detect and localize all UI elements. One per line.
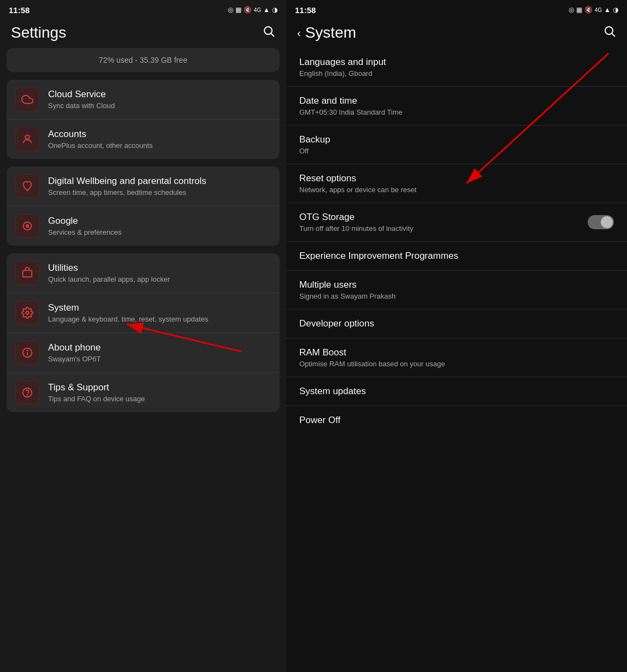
right-status-time: 11:58 [295,5,316,15]
google-title: Google [48,215,271,227]
accounts-text: Accounts OnePlus account, other accounts [48,128,271,151]
settings-item-system[interactable]: System Language & keyboard, time, reset,… [7,293,280,332]
left-panel: 11:58 ◎ ▦ 🔇 4G ▲ ◑ Settings [0,0,286,672]
right-search-button[interactable] [603,25,616,41]
system-subtitle: Language & keyboard, time, reset, system… [48,315,271,324]
card-group-utilities-system: Utilities Quick launch, parallel apps, a… [7,253,280,412]
lte-icon: 4G [254,7,261,13]
developer-options-title: Developer options [299,318,374,329]
right-item-date-time[interactable]: Date and time GMT+05:30 India Standard T… [286,86,627,125]
settings-item-utilities[interactable]: Utilities Quick launch, parallel apps, a… [7,253,280,293]
right-settings-content: Languages and input English (India), Gbo… [286,48,627,672]
wifi-icon: ▲ [263,6,270,14]
settings-item-accounts[interactable]: Accounts OnePlus account, other accounts [7,119,280,159]
r-battery-icon: ◑ [613,6,618,14]
right-item-developer-options[interactable]: Developer options [286,309,627,338]
google-icon-container [15,214,39,238]
ram-boost-title: RAM Boost [299,347,445,358]
back-button[interactable]: ‹ [297,27,301,39]
tips-icon-container [15,380,39,405]
right-item-otg-storage[interactable]: OTG Storage Turn off after 10 minutes of… [286,203,627,241]
r-wifi-icon: ▲ [604,6,611,14]
left-status-bar: 11:58 ◎ ▦ 🔇 4G ▲ ◑ [0,0,286,20]
right-status-bar: 11:58 ◎ ▦ 🔇 4G ▲ ◑ [286,0,627,20]
left-search-button[interactable] [262,25,275,41]
settings-item-cloud-service[interactable]: Cloud Service Sync data with Cloud [7,80,280,119]
svg-point-0 [264,27,272,34]
languages-input-subtitle: English (India), Gboard [299,69,386,78]
svg-point-4 [26,225,28,227]
accounts-icon-container [15,127,39,151]
location-icon: ◎ [228,6,233,14]
experience-text: Experience Improvement Programmes [299,251,458,261]
backup-subtitle: Off [299,147,330,155]
r-location-icon: ◎ [569,6,574,14]
otg-storage-subtitle: Turn off after 10 minutes of inactivity [299,224,413,233]
left-status-icons: ◎ ▦ 🔇 4G ▲ ◑ [228,6,277,14]
settings-item-about-phone[interactable]: About phone Swayam's OP6T [7,332,280,372]
cloud-service-text: Cloud Service Sync data with Cloud [48,88,271,111]
left-settings-content: 72% used - 35.39 GB free Cloud Service S… [0,48,286,672]
ram-boost-subtitle: Optimise RAM utilisation based on your u… [299,360,445,368]
settings-item-tips-support[interactable]: Tips & Support Tips and FAQ on device us… [7,372,280,412]
system-title: System [48,302,271,314]
about-title: About phone [48,342,271,354]
multiple-users-subtitle: Signed in as Swayam Prakash [299,292,395,300]
svg-rect-5 [23,270,32,277]
system-updates-text: System updates [299,386,366,397]
power-off-text: Power Off [299,415,340,426]
system-updates-title: System updates [299,386,366,397]
system-icon-container [15,301,39,325]
right-item-experience[interactable]: Experience Improvement Programmes [286,241,627,270]
svg-point-14 [605,27,613,34]
tips-title: Tips & Support [48,382,271,394]
google-subtitle: Services & preferences [48,228,271,237]
multiple-users-title: Multiple users [299,279,395,290]
wellbeing-subtitle: Screen time, app timers, bedtime schedul… [48,188,271,198]
cloud-service-title: Cloud Service [48,88,271,100]
ram-boost-text: RAM Boost Optimise RAM utilisation based… [299,347,445,368]
right-item-ram-boost[interactable]: RAM Boost Optimise RAM utilisation based… [286,338,627,377]
settings-item-digital-wellbeing[interactable]: Digital Wellbeing and parental controls … [7,166,280,206]
right-page-title: System [305,24,356,41]
right-status-icons: ◎ ▦ 🔇 4G ▲ ◑ [569,6,618,14]
mute-icon: 🔇 [244,6,252,14]
multiple-users-text: Multiple users Signed in as Swayam Praka… [299,279,395,300]
right-item-backup[interactable]: Backup Off [286,125,627,164]
about-icon-container [15,341,39,365]
settings-item-google[interactable]: Google Services & preferences [7,206,280,246]
card-group-cloud-accounts: Cloud Service Sync data with Cloud Accou… [7,80,280,159]
svg-point-6 [26,311,29,314]
r-lte-icon: 4G [595,7,602,13]
system-text: System Language & keyboard, time, reset,… [48,302,271,324]
right-header: ‹ System [286,20,627,48]
right-item-reset-options[interactable]: Reset options Network, apps or device ca… [286,164,627,203]
wellbeing-title: Digital Wellbeing and parental controls [48,175,271,187]
utilities-title: Utilities [48,262,271,274]
date-time-title: Date and time [299,96,403,106]
storage-partial-card[interactable]: 72% used - 35.39 GB free [7,48,280,72]
backup-text: Backup Off [299,134,330,155]
languages-input-text: Languages and input English (India), Gbo… [299,57,386,78]
date-time-subtitle: GMT+05:30 India Standard Time [299,108,403,116]
right-item-multiple-users[interactable]: Multiple users Signed in as Swayam Praka… [286,270,627,309]
otg-toggle[interactable] [588,215,614,229]
right-panel: 11:58 ◎ ▦ 🔇 4G ▲ ◑ ‹ System [286,0,627,672]
utilities-subtitle: Quick launch, parallel apps, app locker [48,275,271,284]
battery-icon: ◑ [272,6,277,14]
developer-options-text: Developer options [299,318,374,329]
reset-options-text: Reset options Network, apps or device ca… [299,173,417,194]
cloud-service-subtitle: Sync data with Cloud [48,102,271,111]
reset-options-title: Reset options [299,173,417,184]
svg-line-15 [612,34,616,37]
right-item-power-off[interactable]: Power Off [286,406,627,435]
cloud-service-icon-container [15,87,39,111]
languages-input-title: Languages and input [299,57,386,68]
svg-point-2 [25,135,29,139]
signal-icon: ▦ [235,6,241,14]
otg-storage-text: OTG Storage Turn off after 10 minutes of… [299,212,413,233]
right-item-system-updates[interactable]: System updates [286,377,627,406]
svg-line-1 [271,34,275,37]
backup-title: Backup [299,134,330,145]
right-item-languages-input[interactable]: Languages and input English (India), Gbo… [286,48,627,86]
